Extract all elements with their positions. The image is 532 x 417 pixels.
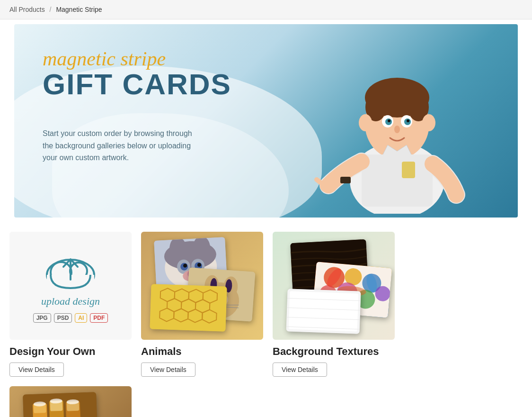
breadcrumb-all-products[interactable]: All Products	[9, 6, 45, 13]
svg-point-10	[388, 119, 390, 122]
beverage-photo-1	[23, 392, 98, 417]
product-grid: upload design JPG PSD AI PDF Design Your…	[0, 218, 532, 417]
badge-psd: PSD	[54, 313, 72, 323]
view-details-button-animals[interactable]: View Details	[141, 363, 195, 377]
badge-jpg: JPG	[33, 313, 51, 323]
hero-block-title: GIFT CARDS	[43, 70, 231, 99]
svg-rect-77	[289, 291, 359, 331]
breadcrumb-separator: /	[50, 6, 52, 13]
badge-pdf: PDF	[90, 313, 108, 323]
breadcrumb: All Products / Magnetic Stripe	[0, 0, 532, 19]
svg-rect-15	[362, 154, 433, 207]
view-details-button-design-your-own[interactable]: View Details	[9, 363, 64, 377]
svg-point-11	[407, 119, 409, 122]
product-title-animals: Animals	[141, 345, 263, 358]
hero-italic-title: magnetic stripe	[43, 48, 231, 70]
format-badges: JPG PSD AI PDF	[33, 313, 108, 323]
product-card-design-your-own: upload design JPG PSD AI PDF Design Your…	[9, 232, 132, 377]
product-image-design-your-own: upload design JPG PSD AI PDF	[9, 232, 132, 340]
product-image-beverage: Cheers!	[9, 386, 132, 417]
product-title-design-your-own: Design Your Own	[9, 345, 132, 358]
breadcrumb-current: Magnetic Stripe	[56, 6, 102, 13]
texture-photo-3	[286, 289, 361, 334]
product-card-background-textures: Background Textures View Details	[273, 232, 395, 377]
svg-point-12	[394, 126, 400, 133]
hero-character-illustration	[314, 34, 480, 214]
badge-ai: AI	[75, 313, 87, 323]
hero-subtitle: Start your custom order by browsing thro…	[43, 127, 194, 164]
svg-point-13	[359, 114, 372, 131]
product-title-background-textures: Background Textures	[273, 345, 395, 358]
hero-banner: magnetic stripe GIFT CARDS Start your cu…	[14, 24, 518, 218]
animals-photo-3	[150, 284, 227, 332]
svg-point-14	[422, 114, 435, 131]
svg-rect-16	[402, 162, 415, 178]
product-card-beverage: Cheers!	[9, 386, 132, 417]
product-card-animals: Animals View Details	[141, 232, 263, 377]
upload-design-label: upload design	[41, 295, 100, 308]
product-image-background-textures	[273, 232, 395, 340]
view-details-button-background-textures[interactable]: View Details	[273, 363, 327, 377]
hero-text: magnetic stripe GIFT CARDS Start your cu…	[43, 48, 231, 164]
product-image-animals	[141, 232, 263, 340]
upload-cloud-icon	[44, 249, 97, 291]
svg-rect-18	[340, 177, 351, 183]
